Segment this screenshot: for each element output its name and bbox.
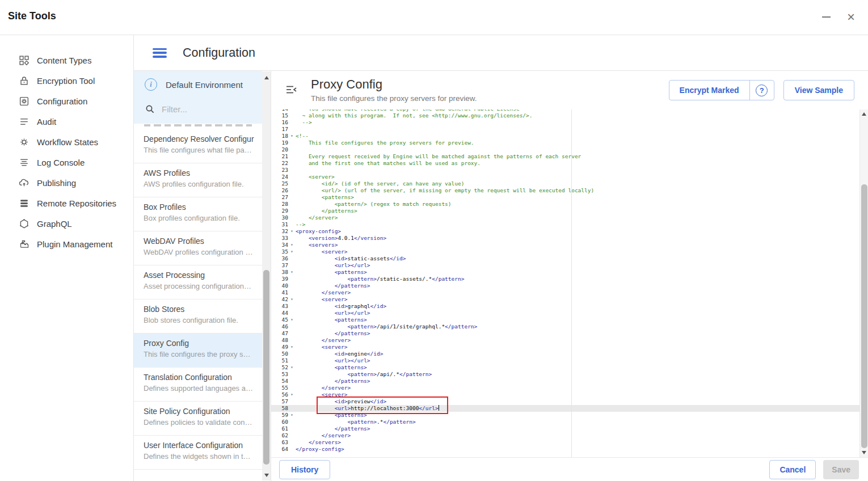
- fold-arrow-icon[interactable]: ▾: [288, 296, 296, 303]
- hamburger-menu-icon[interactable]: [153, 48, 167, 58]
- view-sample-button[interactable]: View Sample: [783, 80, 854, 100]
- sidebar-item-graphql[interactable]: GraphQL: [0, 213, 133, 234]
- code-line[interactable]: 62 </server>: [271, 432, 868, 439]
- fold-arrow-icon[interactable]: ▾: [288, 248, 296, 255]
- code-line[interactable]: 26 <url/> (url of the server, if missing…: [271, 187, 868, 194]
- code-line[interactable]: 34▾ <servers>: [271, 242, 868, 248]
- scroll-up-arrow-icon[interactable]: [264, 76, 269, 79]
- code-line[interactable]: 29 </patterns>: [271, 208, 868, 214]
- config-file-item[interactable]: Box ProfilesBox profiles configuration f…: [134, 197, 262, 231]
- partially-visible-list-item[interactable]: [134, 124, 262, 129]
- code-line[interactable]: 19 This file configures the proxy server…: [271, 140, 868, 146]
- code-line[interactable]: 50 <id>engine</id>: [271, 351, 868, 357]
- info-icon[interactable]: i: [145, 78, 157, 91]
- collapse-panel-icon[interactable]: [286, 85, 297, 95]
- sidebar-item-content-types[interactable]: Content Types: [0, 50, 133, 70]
- code-text: </servers>: [296, 439, 341, 446]
- close-icon[interactable]: ×: [842, 8, 860, 26]
- history-button[interactable]: History: [279, 460, 330, 479]
- code-line[interactable]: 25 <id/> (id of the server, can have any…: [271, 180, 868, 187]
- code-line[interactable]: 38▾ <patterns>: [271, 269, 868, 276]
- code-line[interactable]: 40 </patterns>: [271, 282, 868, 289]
- code-line[interactable]: 64</proxy-config>: [271, 446, 868, 453]
- fold-arrow-icon[interactable]: ▾: [288, 364, 296, 371]
- code-line[interactable]: 27 <patterns>: [271, 194, 868, 201]
- code-line[interactable]: 61 </patterns>: [271, 425, 868, 432]
- sidebar-item-audit[interactable]: Audit: [0, 111, 133, 132]
- sidebar-item-encryption-tool[interactable]: Encryption Tool: [0, 70, 133, 91]
- config-file-item[interactable]: Blob StoresBlob stores configuration fil…: [134, 299, 262, 334]
- code-line[interactable]: 37 <url></url>: [271, 262, 868, 269]
- fold-arrow-icon[interactable]: ▾: [288, 133, 296, 140]
- list-scrollbar[interactable]: [262, 71, 271, 480]
- code-line[interactable]: 39 <pattern>/static-assets/.*</pattern>: [271, 276, 868, 282]
- code-line[interactable]: 54 </patterns>: [271, 378, 868, 385]
- config-file-item[interactable]: Proxy ConfigThis file configures the pro…: [134, 334, 262, 368]
- code-line[interactable]: 17: [271, 126, 868, 133]
- fold-arrow-icon[interactable]: ▾: [288, 242, 296, 248]
- scroll-down-arrow-icon[interactable]: [264, 474, 269, 477]
- code-line[interactable]: 42▾ <server>: [271, 296, 868, 303]
- editor-scrollbar[interactable]: [859, 109, 868, 457]
- sidebar-item-remote-repositories[interactable]: Remote Repositories: [0, 193, 133, 213]
- code-line[interactable]: 55 </server>: [271, 385, 868, 391]
- config-file-item[interactable]: Translation ConfigurationDefines support…: [134, 368, 262, 402]
- code-line[interactable]: 60 <pattern>.*</pattern>: [271, 419, 868, 425]
- code-line[interactable]: 18▾<!--: [271, 133, 868, 140]
- fold-arrow-icon[interactable]: ▾: [288, 412, 296, 419]
- code-line[interactable]: 30 </server>: [271, 214, 868, 221]
- save-button[interactable]: Save: [823, 460, 859, 479]
- code-line[interactable]: 43 <id>graphql</id>: [271, 303, 868, 310]
- fold-arrow-icon[interactable]: ▾: [288, 228, 296, 235]
- code-line[interactable]: 45▾ <patterns>: [271, 317, 868, 323]
- sidebar-item-workflow-states[interactable]: Workflow States: [0, 132, 133, 152]
- code-line[interactable]: 31-->: [271, 221, 868, 228]
- fold-arrow-icon[interactable]: ▾: [288, 317, 296, 323]
- config-file-item[interactable]: Dependency Resolver Configur…This file c…: [134, 129, 262, 163]
- sidebar-item-publishing[interactable]: Publishing: [0, 172, 133, 193]
- list-scrollbar-thumb[interactable]: [263, 270, 269, 465]
- code-line[interactable]: 23: [271, 167, 868, 174]
- scroll-up-arrow-icon[interactable]: [862, 112, 866, 116]
- scroll-down-arrow-icon[interactable]: [862, 451, 866, 454]
- code-line[interactable]: 24 <server>: [271, 174, 868, 180]
- code-line[interactable]: 16 -->: [271, 119, 868, 126]
- code-line[interactable]: 46 <pattern>/api/1/site/graphql.*</patte…: [271, 323, 868, 330]
- code-line[interactable]: 48 </server>: [271, 337, 868, 344]
- code-line[interactable]: 28 <pattern/> (regex to match requests): [271, 201, 868, 208]
- fold-arrow-icon[interactable]: ▾: [288, 344, 296, 351]
- code-line[interactable]: 36 <id>static-assets</id>: [271, 255, 868, 262]
- config-file-item[interactable]: WebDAV ProfilesWebDAV profiles configura…: [134, 231, 262, 265]
- config-file-item[interactable]: Site Policy ConfigurationDefines policie…: [134, 402, 262, 436]
- code-line[interactable]: 44 <url></url>: [271, 310, 868, 317]
- code-line[interactable]: 22 and the first one that matches will b…: [271, 160, 868, 167]
- sidebar-item-log-console[interactable]: Log Console: [0, 152, 133, 172]
- encrypt-marked-button[interactable]: Encrypt Marked: [669, 81, 749, 100]
- code-line[interactable]: 33 <version>4.0.1</version>: [271, 235, 868, 242]
- code-line[interactable]: 20: [271, 146, 868, 153]
- code-editor[interactable]: 14 ~ You should have received a copy of …: [271, 109, 868, 457]
- code-line[interactable]: 32▾<proxy-config>: [271, 228, 868, 235]
- code-line[interactable]: 47 </patterns>: [271, 330, 868, 337]
- code-line[interactable]: 35▾ <server>: [271, 248, 868, 255]
- config-file-item[interactable]: AWS ProfilesAWS profiles configuration f…: [134, 163, 262, 197]
- fold-arrow-icon[interactable]: ▾: [288, 269, 296, 276]
- code-line[interactable]: 52▾ <patterns>: [271, 364, 868, 371]
- encrypt-help-button[interactable]: ?: [749, 81, 774, 100]
- cancel-button[interactable]: Cancel: [769, 460, 816, 479]
- code-line[interactable]: 41 </server>: [271, 289, 868, 296]
- code-line[interactable]: 21 Every request received by Engine will…: [271, 153, 868, 160]
- code-line[interactable]: 51 <url></url>: [271, 357, 868, 364]
- fold-arrow-icon[interactable]: ▾: [288, 391, 296, 398]
- editor-scrollbar-thumb[interactable]: [861, 184, 867, 448]
- sidebar-item-plugin-management[interactable]: Plugin Management: [0, 234, 133, 254]
- code-line[interactable]: 49▾ <server>: [271, 344, 868, 351]
- code-line[interactable]: 53 <pattern>/api/.*</pattern>: [271, 371, 868, 378]
- filter-input[interactable]: [161, 104, 248, 115]
- minimize-icon[interactable]: [817, 8, 835, 26]
- config-file-item[interactable]: Asset ProcessingAsset processing configu…: [134, 265, 262, 299]
- code-line[interactable]: 15 ~ along with this program. If not, se…: [271, 112, 868, 119]
- code-line[interactable]: 63 </servers>: [271, 439, 868, 446]
- sidebar-item-configuration[interactable]: Configuration: [0, 91, 133, 111]
- config-file-item[interactable]: User Interface ConfigurationDefines the …: [134, 436, 262, 470]
